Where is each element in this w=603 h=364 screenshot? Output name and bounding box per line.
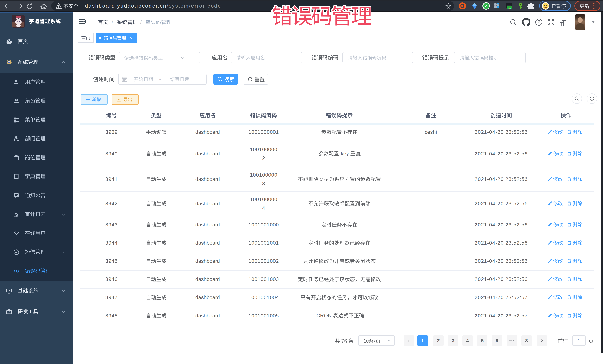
svg-text:on: on	[508, 7, 511, 9]
